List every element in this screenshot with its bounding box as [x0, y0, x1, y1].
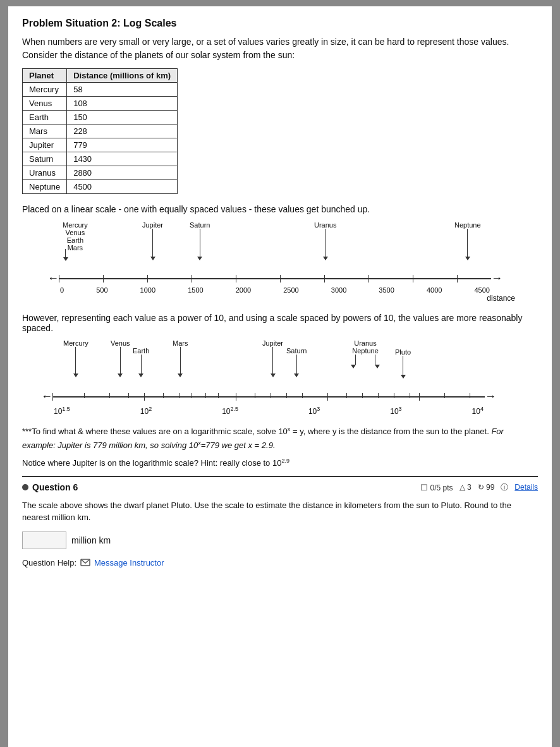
col-distance: Distance (millions of km) — [67, 69, 178, 83]
jupiter-linear-label: Jupiter — [142, 221, 163, 229]
mars-log-label: Mars — [173, 339, 188, 347]
log-tick-5: 103 — [390, 406, 401, 416]
log-scale-desc: However, representing each value as a po… — [22, 313, 538, 333]
table-row: Neptune4500 — [23, 180, 178, 194]
tick-2000: 2000 — [236, 286, 251, 294]
question6-label: Question 6 — [32, 482, 78, 492]
table-row: Venus108 — [23, 97, 178, 111]
planet-distance: 150 — [67, 111, 178, 124]
mercury-log-label: Mercury — [63, 339, 88, 347]
jupiter-log-label: Jupiter — [262, 339, 283, 347]
axis-right-arrow: → — [491, 272, 502, 285]
answer-row: million km — [22, 531, 538, 549]
answer-input[interactable] — [22, 531, 66, 549]
col-planet: Planet — [23, 69, 67, 83]
note-stars: ***To find what & where these values are… — [22, 427, 288, 436]
planet-name: Earth — [23, 111, 67, 124]
venus-log-label: Venus — [111, 339, 130, 347]
linear-scale-diagram: Mercury Venus Earth Mars Jupiter Saturn … — [41, 221, 534, 303]
tick-500: 500 — [96, 286, 107, 294]
tick-3000: 3000 — [331, 286, 346, 294]
saturn-log-label: Saturn — [286, 347, 307, 355]
intro-text: When numbers are very small or very larg… — [22, 35, 538, 62]
notice-text: Notice where Jupiter is on the logarithm… — [22, 458, 538, 468]
log-axis-right-arrow: → — [485, 390, 496, 403]
table-row: Earth150 — [23, 111, 178, 124]
log-tick-3: 102.5 — [222, 406, 238, 416]
saturn-linear-label: Saturn — [190, 221, 210, 229]
planet-distance: 1430 — [67, 152, 178, 166]
page-title: Problem Situation 2: Log Scales — [22, 18, 538, 29]
tick-2500: 2500 — [283, 286, 298, 294]
planet-table: Planet Distance (millions of km) Mercury… — [22, 68, 178, 194]
tick-0: 0 — [60, 286, 64, 294]
planet-name: Mercury — [23, 83, 67, 97]
earth-label: Earth — [67, 236, 83, 244]
page-container: Problem Situation 2: Log Scales When num… — [8, 6, 552, 747]
question-help: Question Help: Message Instructor — [22, 558, 538, 568]
pluto-log-label: Pluto — [395, 348, 411, 356]
uranus-linear-label: Uranus — [314, 221, 336, 229]
planet-distance: 4500 — [67, 180, 178, 194]
question-bullet — [22, 484, 28, 490]
neptune-linear-label: Neptune — [454, 221, 481, 229]
earth-log-label: Earth — [133, 347, 149, 355]
log-axis-left-arrow: ← — [41, 390, 52, 403]
log-tick-1: 101.5 — [54, 406, 70, 416]
planet-distance: 58 — [67, 83, 178, 97]
tick-1000: 1000 — [140, 286, 155, 294]
question-divider — [22, 476, 538, 477]
table-row: Uranus2880 — [23, 166, 178, 180]
table-row: Jupiter779 — [23, 138, 178, 152]
planet-name: Uranus — [23, 166, 67, 180]
table-row: Saturn1430 — [23, 152, 178, 166]
venus-label: Venus — [66, 229, 85, 236]
log-tick-2: 102 — [140, 406, 152, 416]
log-scale-diagram: Mercury Venus Earth Mars — [35, 339, 528, 416]
planet-name: Saturn — [23, 152, 67, 166]
table-row: Mercury58 — [23, 83, 178, 97]
mercury-label: Mercury — [63, 221, 88, 229]
note-cont2: =779 we get x = 2.9. — [201, 440, 276, 450]
question6-pts: ☐ 0/5 pts — [420, 483, 453, 492]
question6-header: Question 6 ☐ 0/5 pts △ 3 ↻ 99 ⓘ Details — [22, 482, 538, 493]
question6-title: Question 6 — [22, 482, 78, 492]
distance-label: distance — [41, 294, 515, 303]
unit-label: million km — [71, 535, 111, 545]
tick-3500: 3500 — [379, 286, 394, 294]
question6-details[interactable]: Details — [514, 483, 538, 492]
log-tick-6: 104 — [472, 406, 484, 416]
planet-distance: 779 — [67, 138, 178, 152]
planet-name: Neptune — [23, 180, 67, 194]
uranus-log-label: Uranus — [354, 339, 376, 347]
question-help-label: Question Help: — [22, 558, 76, 568]
question6-text: The scale above shows the dwarf planet P… — [22, 499, 538, 524]
table-row: Mars228 — [23, 124, 178, 138]
mars-label: Mars — [68, 244, 83, 252]
note-text: ***To find what & where these values are… — [22, 425, 538, 452]
axis-left-arrow: ← — [47, 272, 59, 285]
question6-info: ⓘ — [501, 482, 508, 493]
question6-meta: ☐ 0/5 pts △ 3 ↻ 99 ⓘ Details — [420, 482, 538, 493]
linear-scale-desc: Placed on a linear scale - one with equa… — [22, 203, 538, 216]
log-tick-4: 103 — [308, 406, 320, 416]
question6-submissions: ↻ 99 — [478, 483, 495, 492]
planet-distance: 108 — [67, 97, 178, 111]
tick-4000: 4000 — [427, 286, 442, 294]
question6-retries: △ 3 — [460, 483, 472, 492]
tick-4500: 4500 — [474, 286, 489, 294]
planet-distance: 228 — [67, 124, 178, 138]
planet-distance: 2880 — [67, 166, 178, 180]
message-instructor-link[interactable]: Message Instructor — [94, 558, 164, 568]
neptune-log-label: Neptune — [352, 347, 379, 355]
planet-name: Mars — [23, 124, 67, 138]
planet-name: Venus — [23, 97, 67, 111]
tick-1500: 1500 — [188, 286, 203, 294]
envelope-icon — [80, 559, 90, 566]
planet-name: Jupiter — [23, 138, 67, 152]
